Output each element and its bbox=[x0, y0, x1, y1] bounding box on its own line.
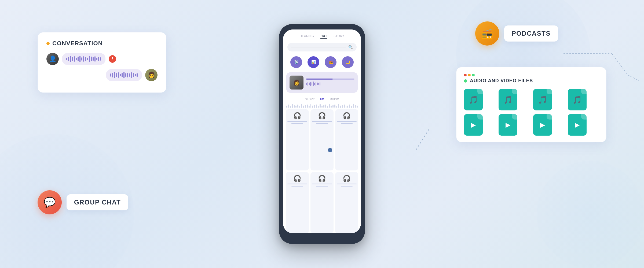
grid-line-3a bbox=[337, 121, 357, 122]
dot-yellow bbox=[468, 74, 471, 76]
search-icon: 🔍 bbox=[348, 45, 353, 49]
phone-grid-row2: 🎧 🎧 🎧 bbox=[283, 172, 361, 233]
conversation-card: CONVERSATION 👤 ! 👩 bbox=[38, 32, 166, 93]
video-file-3[interactable]: ▶ bbox=[533, 114, 552, 136]
avatar-female: 👩 bbox=[145, 69, 158, 81]
avatar-male: 👤 bbox=[46, 53, 59, 65]
group-chat-label: GROUP CHAT bbox=[67, 194, 128, 210]
audio-file-3[interactable]: 🎵 bbox=[533, 89, 552, 110]
av-card: AUDIO AND VIDEO FILES 🎵 🎵 🎵 🎵 ▶ ▶ ▶ ▶ bbox=[456, 67, 606, 142]
grid-line-4b bbox=[291, 186, 303, 187]
grid-item-5[interactable]: 🎧 bbox=[310, 172, 334, 233]
av-card-dots bbox=[464, 74, 475, 76]
grid-line-3b bbox=[341, 123, 353, 124]
phone-container: HEARING HOT STORY 🔍 📡 📊 📻 🌙 👩 bbox=[279, 24, 365, 244]
av-status-dot bbox=[464, 79, 467, 83]
audio-file-4[interactable]: 🎵 bbox=[568, 89, 587, 110]
grid-line-5a bbox=[312, 184, 332, 184]
svg-line-5 bbox=[628, 75, 639, 80]
error-icon: ! bbox=[109, 55, 116, 63]
icon-btn-chart[interactable]: 📊 bbox=[308, 56, 319, 68]
phone-eq-bar bbox=[283, 102, 361, 108]
icon-btn-podcast[interactable]: 📻 bbox=[325, 56, 336, 68]
video-files-grid: ▶ ▶ ▶ ▶ bbox=[464, 114, 599, 136]
group-chat-badge: 💬 GROUP CHAT bbox=[38, 190, 128, 214]
player-thumbnail: 👩 bbox=[290, 76, 303, 90]
tab-fm[interactable]: FM bbox=[320, 98, 324, 101]
player-info bbox=[306, 79, 354, 87]
chat-row-2: 👩 bbox=[46, 69, 158, 81]
phone-device: HEARING HOT STORY 🔍 📡 📊 📻 🌙 👩 bbox=[279, 24, 365, 244]
grid-line-4a bbox=[287, 184, 307, 184]
audio-file-1[interactable]: 🎵 bbox=[464, 89, 483, 110]
nav-hearing[interactable]: HEARING bbox=[300, 34, 314, 39]
headphone-icon-4: 🎧 bbox=[293, 175, 301, 182]
waveform-bubble-1 bbox=[62, 53, 105, 65]
chat-row-1: 👤 ! bbox=[46, 53, 158, 65]
tab-story[interactable]: STORY bbox=[305, 98, 315, 101]
podcasts-badge: 📻 PODCASTS bbox=[475, 21, 558, 46]
tab-music[interactable]: MUISC bbox=[330, 98, 339, 101]
grid-item-6[interactable]: 🎧 bbox=[335, 172, 358, 233]
bg-blob-3 bbox=[537, 161, 644, 268]
phone-player: 👩 bbox=[286, 72, 358, 93]
phone-nav: HEARING HOT STORY bbox=[283, 29, 361, 41]
grid-line-2b bbox=[316, 123, 328, 124]
phone-content-tabs: STORY FM MUISC bbox=[283, 95, 361, 102]
headphone-icon-6: 🎧 bbox=[343, 175, 351, 182]
av-card-title: AUDIO AND VIDEO FILES bbox=[464, 78, 599, 84]
phone-icon-row: 📡 📊 📻 🌙 bbox=[283, 54, 361, 70]
video-file-2[interactable]: ▶ bbox=[499, 114, 517, 136]
grid-line-5b bbox=[316, 186, 328, 187]
video-file-1[interactable]: ▶ bbox=[464, 114, 483, 136]
grid-line-2a bbox=[312, 121, 332, 122]
phone-screen: HEARING HOT STORY 🔍 📡 📊 📻 🌙 👩 bbox=[283, 29, 361, 233]
status-dot bbox=[46, 42, 50, 45]
headphone-icon-5: 🎧 bbox=[318, 175, 326, 182]
phone-grid-row1: 🎧 🎧 🎧 bbox=[283, 109, 361, 170]
player-progress-fill bbox=[306, 79, 333, 80]
audio-file-2[interactable]: 🎵 bbox=[499, 89, 517, 110]
grid-line-6a bbox=[337, 184, 357, 184]
svg-line-1 bbox=[416, 129, 429, 150]
nav-hot[interactable]: HOT bbox=[320, 34, 327, 39]
group-chat-icon: 💬 bbox=[38, 190, 62, 214]
conversation-title: CONVERSATION bbox=[46, 40, 158, 47]
icon-btn-moon[interactable]: 🌙 bbox=[342, 56, 354, 68]
dot-red bbox=[464, 74, 467, 76]
dot-green bbox=[472, 74, 475, 76]
grid-line-6b bbox=[341, 186, 353, 187]
phone-search[interactable]: 🔍 bbox=[287, 43, 357, 51]
podcasts-icon: 📻 bbox=[475, 21, 499, 46]
podcasts-label: PODCASTS bbox=[504, 25, 558, 42]
icon-btn-radio[interactable]: 📡 bbox=[290, 56, 302, 68]
grid-line-1a bbox=[287, 121, 307, 122]
player-waveform bbox=[306, 81, 354, 87]
svg-line-4 bbox=[612, 54, 628, 75]
search-bar-visual bbox=[291, 47, 346, 47]
waveform-bubble-2 bbox=[106, 69, 142, 81]
audio-files-grid: 🎵 🎵 🎵 🎵 bbox=[464, 89, 599, 110]
grid-item-2[interactable]: 🎧 bbox=[310, 109, 334, 170]
grid-item-3[interactable]: 🎧 bbox=[335, 109, 358, 170]
grid-item-4[interactable]: 🎧 bbox=[286, 172, 309, 233]
player-progress-track bbox=[306, 79, 354, 80]
headphone-icon-3: 🎧 bbox=[343, 112, 351, 120]
nav-story[interactable]: STORY bbox=[334, 34, 344, 39]
headphone-icon-2: 🎧 bbox=[318, 112, 326, 120]
video-file-4[interactable]: ▶ bbox=[568, 114, 587, 136]
grid-item-1[interactable]: 🎧 bbox=[286, 109, 309, 170]
headphone-icon-1: 🎧 bbox=[293, 112, 301, 120]
grid-line-1b bbox=[291, 123, 303, 124]
